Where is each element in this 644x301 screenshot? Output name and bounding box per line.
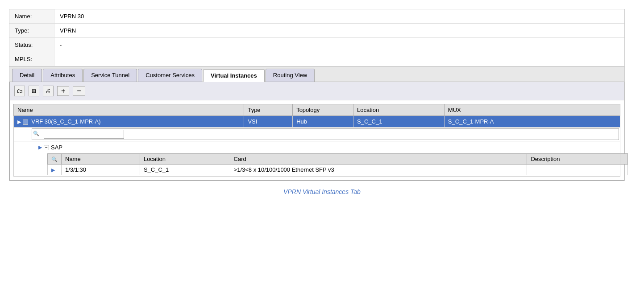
main-panel: Name: VPRN 30 Type: VPRN Status: - MPLS:… <box>9 9 625 181</box>
collapse-icon: − <box>23 120 28 125</box>
sap-label: SAP <box>51 144 62 151</box>
search-icon-cell: 🔍 <box>32 129 43 140</box>
cell-type: VSI <box>244 116 293 128</box>
toolbar-layout-btn[interactable]: ⊞ <box>29 86 39 96</box>
name-value: VPRN 30 <box>54 9 624 24</box>
col-header-location: Location <box>353 104 445 116</box>
status-value: - <box>54 38 624 52</box>
sap-search-icon: 🔍 <box>51 157 58 162</box>
row-expand-arrow[interactable]: ▶ <box>17 119 21 124</box>
sap-collapse-icon: − <box>44 145 49 150</box>
tab-routing-view[interactable]: Routing View <box>266 69 315 82</box>
search-input[interactable] <box>44 130 124 139</box>
cell-topology: Hub <box>293 116 353 128</box>
col-header-name: Name <box>14 104 244 116</box>
toolbar-add-btn[interactable]: + <box>57 86 69 96</box>
cell-location: S_C_C_1 <box>353 116 445 128</box>
sap-col-location: Location <box>140 154 230 165</box>
instances-table: Name Type Topology Location MUX ▶ − VRF … <box>13 104 620 177</box>
mpls-value <box>54 52 624 66</box>
toolbar-filter-btn[interactable]: 🗂 <box>14 86 25 96</box>
instances-table-container: Name Type Topology Location MUX ▶ − VRF … <box>10 100 624 180</box>
cell-name: ▶ − VRF 30(S_C_C_1-MPR-A) <box>14 116 244 128</box>
sap-table-row[interactable]: ▶ 1/3/1:30 S_C_C_1 >1/3<8 x 10/100/1000 … <box>48 165 628 175</box>
sap-row-name: 1/3/1:30 <box>62 165 140 175</box>
sap-col-description: Description <box>527 154 628 165</box>
search-icon: 🔍 <box>33 131 39 136</box>
tab-virtual-instances[interactable]: Virtual Instances <box>203 69 265 82</box>
type-label: Type: <box>9 24 54 38</box>
tab-service-tunnel[interactable]: Service Tunnel <box>83 69 137 82</box>
print-icon: 🖨 <box>46 88 51 94</box>
tab-attributes[interactable]: Attributes <box>43 69 83 82</box>
search-input-cell <box>43 129 619 140</box>
sap-col-search: 🔍 <box>48 154 62 165</box>
col-header-type: Type <box>244 104 293 116</box>
toolbar: 🗂 ⊞ 🖨 + − <box>10 82 624 100</box>
sap-row-card: >1/3<8 x 10/100/1000 Ethernet SFP v3 <box>230 165 527 175</box>
sap-expand-arrow[interactable]: ▶ <box>38 144 42 150</box>
table-row[interactable]: ▶ − VRF 30(S_C_C_1-MPR-A) VSI Hub S_C_C_… <box>14 116 620 128</box>
col-header-mux: MUX <box>444 104 620 116</box>
type-value: VPRN <box>54 24 624 38</box>
search-row: 🔍 <box>14 128 620 141</box>
mpls-label: MPLS: <box>9 52 54 66</box>
table-header-row: Name Type Topology Location MUX <box>14 104 620 116</box>
tab-customer-services[interactable]: Customer Services <box>138 69 202 82</box>
cell-mux: S_C_C_1-MPR-A <box>444 116 620 128</box>
layout-icon: ⊞ <box>32 88 36 94</box>
sap-row-expand: ▶ <box>48 165 62 175</box>
tab-detail[interactable]: Detail <box>12 69 42 82</box>
col-header-topology: Topology <box>293 104 353 116</box>
page-caption: VPRN Virtual Instances Tab <box>9 181 635 199</box>
sap-row-description <box>527 165 628 175</box>
sap-parent-row: ▶ − SAP 🔍 <box>14 141 620 177</box>
tab-content-virtual-instances: 🗂 ⊞ 🖨 + − Name Type Topology Location <box>9 82 624 181</box>
tabs-bar: Detail Attributes Service Tunnel Custome… <box>9 67 624 82</box>
name-label: Name: <box>9 9 54 24</box>
sap-col-card: Card <box>230 154 527 165</box>
sap-row-location: S_C_C_1 <box>140 165 230 175</box>
search-input-row: 🔍 <box>32 129 619 140</box>
row-name-text: VRF 30(S_C_C_1-MPR-A) <box>31 118 100 125</box>
filter-icon: 🗂 <box>17 87 23 95</box>
info-grid: Name: VPRN 30 Type: VPRN Status: - MPLS: <box>9 9 624 67</box>
toolbar-remove-btn[interactable]: − <box>73 86 85 96</box>
sap-header-row: 🔍 Name Location Card Description <box>48 154 628 165</box>
sap-sub-table: 🔍 Name Location Card Description <box>47 153 628 175</box>
toolbar-print-btn[interactable]: 🖨 <box>43 86 54 96</box>
status-label: Status: <box>9 38 54 52</box>
sap-col-name: Name <box>62 154 140 165</box>
sap-row-expand-arrow[interactable]: ▶ <box>51 167 55 173</box>
